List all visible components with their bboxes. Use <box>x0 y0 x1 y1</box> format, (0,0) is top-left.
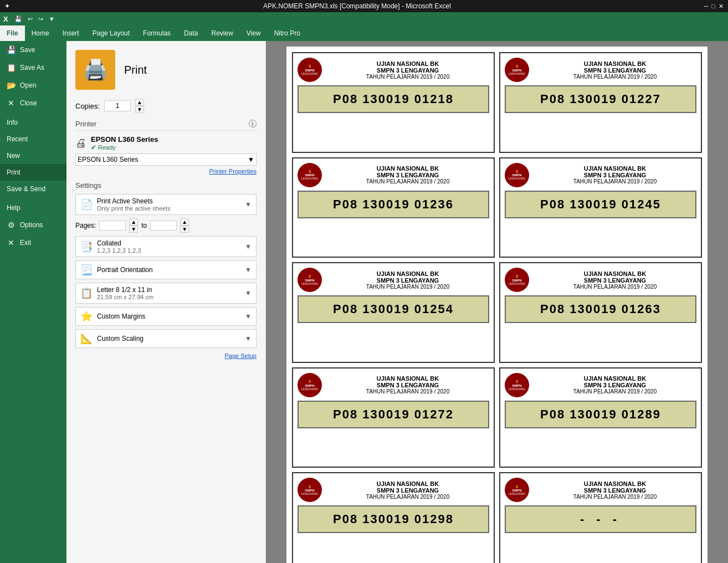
scaling-row[interactable]: 📐 Custom Scaling ▼ <box>75 329 257 348</box>
nav-open[interactable]: 📂 Open <box>0 76 66 94</box>
pages-to-down[interactable]: ▼ <box>180 226 189 233</box>
pages-to-up[interactable]: ▲ <box>180 218 189 226</box>
card-number-value: P08 130019 01236 <box>333 197 454 211</box>
close-btn[interactable]: ✕ <box>719 3 724 10</box>
orientation-row[interactable]: 📃 Portrait Orientation ▼ <box>75 260 257 279</box>
margins-row[interactable]: ⭐ Custom Margins ▼ <box>75 307 257 326</box>
nav-save-send[interactable]: Save & Send <box>0 181 66 197</box>
paper-size-row[interactable]: 📋 Letter 8 1/2 x 11 in 21.59 cm x 27.94 … <box>75 283 257 304</box>
nav-save-as[interactable]: 📋 Save As <box>0 59 66 76</box>
pages-from-input[interactable] <box>99 221 126 231</box>
printer-name: EPSON L360 Series <box>91 135 158 144</box>
card-school-name: SMPN 3 LENGAYANG <box>326 487 489 494</box>
card-number-box: - - - <box>505 505 696 533</box>
paper-size-main: Letter 8 1/2 x 11 in <box>97 286 240 294</box>
save-icon: 💾 <box>7 45 16 54</box>
print-active-sheets-row[interactable]: 📄 Print Active Sheets Only print the act… <box>75 194 257 215</box>
card-header: 3 SMPN LENGAYANG UJIAN NASIONAL BK SMPN … <box>505 373 696 397</box>
card-number-value: P08 130019 01254 <box>333 302 454 316</box>
copies-up-btn[interactable]: ▲ <box>135 99 144 106</box>
nav-info-label: Info <box>7 119 18 126</box>
options-icon: ⚙ <box>7 221 16 229</box>
title-bar-left: ✦ <box>4 2 10 10</box>
nav-close-label: Close <box>20 99 37 107</box>
card-logo: 3 SMPN LENGAYANG <box>298 268 322 292</box>
collated-row[interactable]: 📑 Collated 1,2,3 1,2,3 1,2,3 ▼ <box>75 236 257 257</box>
pages-from-down[interactable]: ▼ <box>129 226 138 233</box>
card-item: 3 SMPN LENGAYANG UJIAN NASIONAL BK SMPN … <box>499 367 702 468</box>
nav-options[interactable]: ⚙ Options <box>0 216 66 234</box>
nav-recent[interactable]: Recent <box>0 131 66 147</box>
printer-select-value: EPSON L360 Series <box>78 156 138 163</box>
printer-info-icon[interactable]: ℹ <box>249 120 257 127</box>
printer-row: 🖨 EPSON L360 Series ✔ Ready <box>75 135 257 151</box>
card-school-name: SMPN 3 LENGAYANG <box>534 277 696 284</box>
qa-undo-btn[interactable]: ↪ <box>37 15 45 23</box>
card-header: 3 SMPN LENGAYANG UJIAN NASIONAL BK SMPN … <box>298 163 489 187</box>
nav-close[interactable]: ✕ Close <box>0 94 66 112</box>
copies-input[interactable] <box>104 100 131 111</box>
tab-file[interactable]: File <box>0 25 25 41</box>
card-exam-title: UJIAN NASIONAL BK <box>534 270 696 277</box>
card-logo: 3 SMPN LENGAYANG <box>505 163 529 187</box>
nav-recent-label: Recent <box>7 135 28 143</box>
tab-view[interactable]: View <box>240 25 268 41</box>
orientation-main: Portrait Orientation <box>97 266 240 274</box>
copies-down-btn[interactable]: ▼ <box>135 106 144 113</box>
pages-from-up[interactable]: ▲ <box>129 218 138 226</box>
margins-content: Custom Margins <box>97 313 240 320</box>
printer-properties-link[interactable]: Printer Properties <box>75 168 257 175</box>
card-number-value: P08 130019 01298 <box>333 512 454 526</box>
tab-review[interactable]: Review <box>204 25 239 41</box>
tab-home[interactable]: Home <box>25 25 56 41</box>
paper-size-sub: 21.59 cm x 27.94 cm <box>97 294 240 300</box>
logo-number: 3 <box>301 380 318 384</box>
tab-data[interactable]: Data <box>177 25 204 41</box>
qa-save-btn[interactable]: 💾 <box>13 15 24 23</box>
card-number-box: P08 130019 01245 <box>505 191 696 218</box>
page-setup-link[interactable]: Page Setup <box>75 352 257 359</box>
minimize-btn[interactable]: ─ <box>704 3 709 10</box>
nav-options-label: Options <box>20 221 43 229</box>
scaling-main: Custom Scaling <box>97 335 240 342</box>
card-title-block: UJIAN NASIONAL BK SMPN 3 LENGAYANG TAHUN… <box>326 165 489 185</box>
scaling-icon: 📐 <box>80 332 93 345</box>
printer-select-dropdown[interactable]: EPSON L360 Series ▼ <box>75 153 257 166</box>
logo-number: 3 <box>301 274 318 279</box>
nav-info[interactable]: Info <box>0 112 66 131</box>
collated-sub: 1,2,3 1,2,3 1,2,3 <box>97 247 240 254</box>
tab-page-layout[interactable]: Page Layout <box>86 25 136 41</box>
card-title-block: UJIAN NASIONAL BK SMPN 3 LENGAYANG TAHUN… <box>326 480 489 500</box>
card-item: 3 SMPN LENGAYANG UJIAN NASIONAL BK SMPN … <box>499 262 702 363</box>
paper-size-content: Letter 8 1/2 x 11 in 21.59 cm x 27.94 cm <box>97 286 240 300</box>
qa-open-btn[interactable]: ↩ <box>26 15 34 23</box>
nav-exit-label: Exit <box>20 239 31 247</box>
card-item: 3 SMPN LENGAYANG UJIAN NASIONAL BK SMPN … <box>499 52 702 153</box>
card-number-box: P08 130019 01289 <box>505 401 696 428</box>
nav-exit[interactable]: ✕ Exit <box>0 234 66 252</box>
status-text: Ready <box>98 144 116 151</box>
card-year: TAHUN PELAJARAN 2019 / 2020 <box>326 74 489 80</box>
print-header: 🖨️ Print <box>75 50 257 90</box>
card-exam-title: UJIAN NASIONAL BK <box>326 480 489 487</box>
tab-formulas[interactable]: Formulas <box>136 25 177 41</box>
maximize-btn[interactable]: □ <box>711 3 715 10</box>
card-title-block: UJIAN NASIONAL BK SMPN 3 LENGAYANG TAHUN… <box>534 480 696 500</box>
nav-save[interactable]: 💾 Save <box>0 41 66 59</box>
quick-access-toolbar: X 💾 ↩ ↪ ▼ <box>0 12 728 25</box>
window-controls: ─ □ ✕ <box>704 3 724 10</box>
pages-to-input[interactable] <box>150 221 177 231</box>
nav-help[interactable]: Help <box>0 197 66 216</box>
card-logo: 3 SMPN LENGAYANG <box>298 163 322 187</box>
logo-number: 3 <box>301 170 318 174</box>
margins-icon: ⭐ <box>80 310 93 323</box>
tab-nitro-pro[interactable]: Nitro Pro <box>268 25 307 41</box>
card-number-box: P08 130019 01263 <box>505 295 696 323</box>
qa-dropdown-btn[interactable]: ▼ <box>47 15 57 23</box>
tab-insert[interactable]: Insert <box>56 25 86 41</box>
card-number-value: P08 130019 01289 <box>540 407 661 421</box>
save-as-icon: 📋 <box>7 63 16 72</box>
nav-print[interactable]: Print <box>0 164 66 181</box>
nav-new[interactable]: New <box>0 147 66 164</box>
collated-content: Collated 1,2,3 1,2,3 1,2,3 <box>97 239 240 254</box>
